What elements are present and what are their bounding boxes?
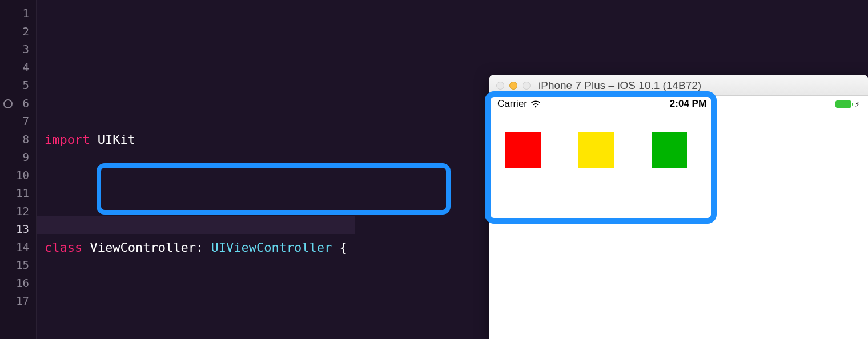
line-number: 15	[0, 256, 29, 275]
color-square-yellow	[578, 132, 614, 168]
simulator-title: iPhone 7 Plus – iOS 10.1 (14B72)	[539, 79, 701, 92]
code-line	[45, 292, 355, 310]
line-number: 2	[0, 23, 29, 41]
code-line	[45, 76, 355, 95]
annotation-highlight	[97, 163, 451, 215]
line-number: 12	[0, 203, 29, 221]
code-line: class ViewController: UIViewController {	[45, 239, 355, 257]
line-number: 4	[0, 59, 29, 77]
custom-view	[505, 132, 868, 168]
charging-icon: ⚡︎	[855, 100, 860, 108]
line-number: 5	[0, 76, 29, 95]
line-number: 16	[0, 275, 29, 293]
simulator-window[interactable]: iPhone 7 Plus – iOS 10.1 (14B72) Carrier…	[489, 75, 868, 339]
code-area[interactable]: import UIKit class ViewController: UIVie…	[37, 0, 355, 339]
simulator-titlebar[interactable]: iPhone 7 Plus – iOS 10.1 (14B72)	[489, 75, 868, 96]
close-dot-icon[interactable]	[496, 82, 504, 90]
line-number: 14	[0, 239, 29, 257]
line-number: 3	[0, 41, 29, 59]
line-number: 7	[0, 112, 29, 131]
line-number: 10	[0, 167, 29, 185]
carrier-label: Carrier	[497, 98, 527, 110]
zoom-dot-icon[interactable]	[523, 82, 531, 90]
line-number: 13	[0, 220, 29, 239]
simulator-screen[interactable]: Carrier 2:04 PM ⚡︎	[489, 96, 868, 339]
breakpoint-indicator-icon[interactable]	[3, 99, 13, 108]
line-number: 8	[0, 131, 29, 149]
minimize-dot-icon[interactable]	[509, 82, 517, 90]
statusbar-time: 2:04 PM	[670, 98, 706, 110]
gutter: 1 2 3 4 5 6 7 8 9 10 11 12 13 14 15 16 1…	[0, 0, 37, 339]
traffic-lights	[496, 82, 531, 90]
current-line-highlight	[37, 216, 355, 234]
line-number: 1	[0, 5, 29, 23]
battery-icon	[835, 100, 851, 108]
color-square-red	[505, 132, 541, 168]
line-number: 9	[0, 148, 29, 167]
line-number: 17	[0, 292, 29, 310]
ios-statusbar: Carrier 2:04 PM ⚡︎	[489, 96, 868, 112]
line-number: 11	[0, 184, 29, 203]
wifi-icon	[531, 100, 541, 108]
code-line: import UIKit	[45, 131, 355, 149]
color-square-green	[652, 132, 687, 168]
